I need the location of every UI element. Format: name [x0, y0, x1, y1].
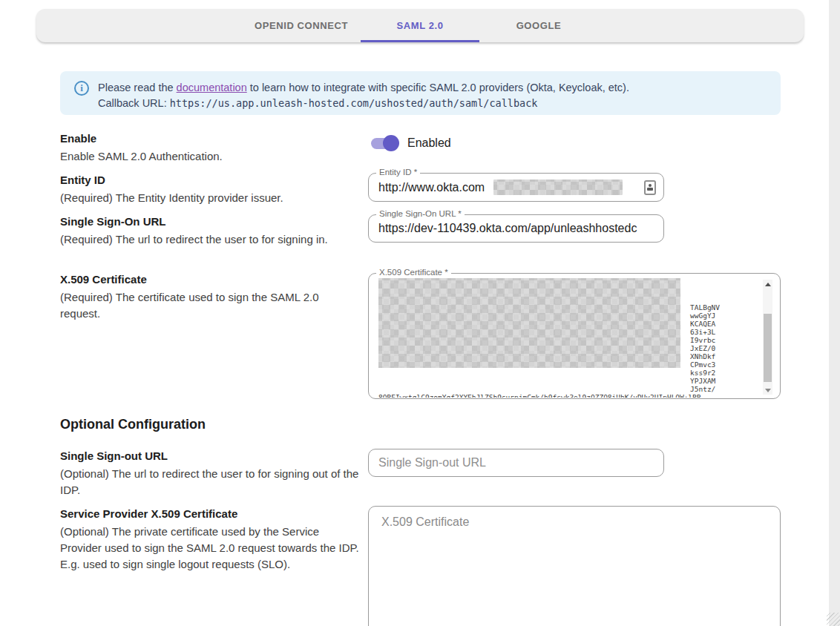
certificate-line: YPJXAM	[378, 377, 765, 385]
sp-certificate-placeholder: X.509 Certificate	[381, 515, 469, 529]
signout-url-field	[368, 449, 664, 477]
scroll-down-icon[interactable]	[763, 386, 772, 395]
autofill-icon-dot	[649, 184, 652, 187]
entity-id-label: Entity ID	[60, 174, 357, 186]
tab-openid-connect[interactable]: OPENID CONNECT	[242, 9, 361, 42]
certificate-scrollbar[interactable]	[763, 280, 772, 395]
entity-id-value: http://www.okta.com	[378, 181, 485, 194]
documentation-link[interactable]: documentation	[177, 82, 247, 93]
sso-settings-page: OPENID CONNECT SAML 2.0 GOOGLE i Please …	[0, 0, 840, 626]
tab-label: GOOGLE	[516, 20, 562, 31]
sp-certificate-description: (Optional) The private certificate used …	[60, 524, 361, 573]
autofill-icon-bar	[647, 188, 653, 191]
sso-url-field: Single Sign-On URL *	[368, 214, 664, 243]
certificate-textarea[interactable]: X.509 Certificate * TALBgNVwwGgYJKCAQEA6…	[368, 273, 781, 399]
resize-grip-icon	[827, 613, 840, 626]
optional-configuration-heading: Optional Configuration	[60, 417, 206, 432]
sp-certificate-label: Service Provider X.509 Certificate	[60, 507, 357, 520]
alert-text-after-link: to learn how to integrate with specific …	[247, 82, 629, 93]
alert-line-1: Please read the documentation to learn h…	[98, 80, 629, 96]
signout-url-description: (Optional) The url to redirect the user …	[60, 466, 361, 498]
callback-url-value: https://us.app.unleash-hosted.com/ushost…	[170, 97, 538, 109]
alert-text-before-link: Please read the	[98, 82, 177, 93]
sp-certificate-textarea[interactable]: X.509 Certificate	[368, 506, 781, 626]
sso-url-input[interactable]	[369, 215, 663, 242]
certificate-scrollbar-thumb[interactable]	[764, 314, 772, 382]
active-tab-indicator	[361, 40, 479, 42]
signout-url-label: Single Sign-out URL	[60, 449, 357, 462]
alert-text: Please read the documentation to learn h…	[98, 80, 629, 115]
tab-label: SAML 2.0	[396, 20, 443, 31]
certificate-line: J5ntz/	[378, 385, 765, 393]
enable-toggle-label: Enabled	[407, 136, 451, 150]
auth-provider-tabbar: OPENID CONNECT SAML 2.0 GOOGLE	[36, 9, 804, 42]
tab-label: OPENID CONNECT	[255, 20, 348, 31]
certificate-description: (Required) The certificate used to sign …	[60, 289, 361, 322]
callback-url-label: Callback URL:	[98, 97, 167, 109]
toggle-knob	[383, 135, 399, 151]
entity-id-value-wrap: http://www.okta.com	[369, 174, 663, 201]
certificate-label: X.509 Certificate	[60, 273, 357, 286]
password-manager-autofill-icon[interactable]	[644, 180, 656, 195]
enable-toggle[interactable]	[371, 135, 401, 151]
certificate-content: TALBgNVwwGgYJKCAQEA63i+3LI9vrbcJxEZ/0XNh…	[369, 274, 765, 398]
enable-description: Enable SAML 2.0 Authentication.	[60, 148, 361, 165]
tab-google[interactable]: GOOGLE	[479, 9, 598, 42]
scroll-up-icon[interactable]	[763, 280, 772, 289]
enable-toggle-row: Enabled	[371, 135, 451, 151]
entity-id-description: (Required) The Entity Identity provider …	[60, 190, 361, 206]
info-alert: i Please read the documentation to learn…	[60, 71, 781, 115]
page-scrollbar[interactable]	[829, 0, 840, 626]
certificate-redaction	[378, 278, 680, 368]
entity-id-redaction	[493, 179, 623, 195]
certificate-line: 8OREIwxtqlC9zomYgf2XYEhJlZSb9curnjmCmk/h…	[378, 393, 765, 398]
enable-label: Enable	[60, 132, 357, 145]
tab-saml-2-0[interactable]: SAML 2.0	[361, 9, 479, 42]
sso-url-field-label: Single Sign-On URL *	[376, 209, 465, 218]
signout-url-input[interactable]	[369, 449, 663, 476]
sso-url-label: Single Sign-On URL	[60, 215, 357, 228]
sso-url-description: (Required) The url to redirect the user …	[60, 231, 361, 248]
certificate-line: kss9r2	[378, 369, 765, 377]
info-icon: i	[74, 81, 89, 96]
alert-line-2: Callback URL: https://us.app.unleash-hos…	[98, 96, 629, 111]
entity-id-input[interactable]: Entity ID * http://www.okta.com	[368, 173, 664, 202]
